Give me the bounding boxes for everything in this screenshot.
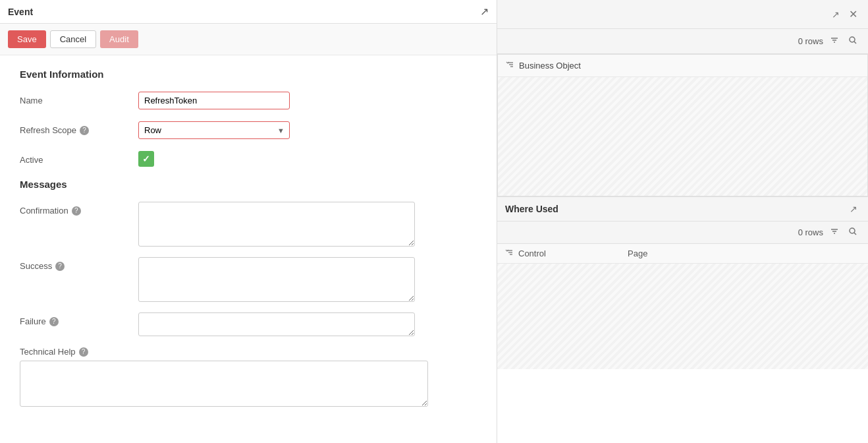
- confirmation-textarea[interactable]: [138, 202, 415, 247]
- event-info-section-title: Event Information: [20, 69, 477, 80]
- failure-label: Failure ?: [20, 312, 138, 326]
- where-used-body: Control Page: [497, 244, 868, 443]
- business-object-title: Business Object: [519, 61, 581, 71]
- where-used-section: Where Used ↗ 0 rows: [497, 196, 868, 443]
- svg-point-11: [850, 228, 855, 233]
- business-object-body: [498, 77, 867, 196]
- svg-line-12: [854, 233, 856, 235]
- failure-row: Failure ?: [20, 312, 477, 336]
- left-panel: Event ↗ Save Cancel Audit Event Informat…: [0, 0, 497, 443]
- active-label: Active: [20, 151, 138, 165]
- confirmation-label: Confirmation ?: [20, 202, 138, 216]
- refresh-scope-select[interactable]: Row Page Application: [138, 121, 290, 139]
- where-used-title: Where Used: [505, 204, 558, 214]
- left-panel-title: Event: [8, 7, 33, 17]
- where-used-filter-icon: [830, 227, 839, 236]
- name-row: Name: [20, 92, 477, 109]
- where-used-rows-count: 0 rows: [798, 227, 823, 237]
- svg-line-4: [854, 42, 856, 44]
- business-object-filter-button[interactable]: [827, 34, 842, 48]
- business-object-rows-count: 0 rows: [798, 36, 823, 46]
- sort-icon: [506, 60, 515, 69]
- failure-textarea[interactable]: [138, 312, 415, 336]
- active-row: Active ✓: [20, 151, 477, 167]
- right-top-actions: ↗ ✕: [829, 7, 860, 22]
- business-object-search-button[interactable]: [846, 34, 860, 48]
- save-button[interactable]: Save: [8, 30, 46, 48]
- technical-help-textarea[interactable]: [20, 361, 428, 407]
- right-panel: ↗ ✕ 0 rows: [497, 0, 868, 443]
- confirmation-help-icon[interactable]: ?: [72, 206, 81, 216]
- where-used-content: [497, 264, 868, 369]
- filter-icon: [830, 36, 839, 45]
- business-object-panel: Business Object: [497, 54, 868, 196]
- success-row: Success ?: [20, 257, 477, 302]
- refresh-scope-row: Refresh Scope ? Row Page Application ▼: [20, 121, 477, 139]
- where-used-col-sort-icon: [505, 248, 514, 259]
- refresh-scope-help-icon[interactable]: ?: [80, 126, 89, 135]
- where-used-expand-button[interactable]: ↗: [847, 202, 860, 216]
- checkmark-icon: ✓: [142, 154, 150, 164]
- control-column-header: Control: [518, 249, 624, 258]
- name-label: Name: [20, 92, 138, 105]
- page-column-header: Page: [628, 249, 860, 258]
- where-used-header: Where Used ↗: [497, 196, 868, 222]
- left-panel-expand-icon[interactable]: ↗: [480, 5, 489, 18]
- success-label: Success ?: [20, 257, 138, 271]
- active-checkbox[interactable]: ✓: [138, 151, 154, 167]
- where-used-toolbar: 0 rows: [497, 222, 868, 244]
- where-used-columns: Control Page: [497, 244, 868, 264]
- left-panel-header: Event ↗: [0, 0, 497, 24]
- form-container: Event Information Name Refresh Scope ? R…: [0, 55, 497, 443]
- success-textarea[interactable]: [138, 257, 415, 302]
- technical-help-label-row: Technical Help ?: [20, 347, 477, 357]
- business-object-header: Business Object: [498, 55, 867, 77]
- right-panel-expand-button[interactable]: ↗: [829, 8, 842, 21]
- svg-point-3: [850, 37, 855, 42]
- where-used-search-button[interactable]: [846, 225, 860, 239]
- refresh-scope-select-wrapper: Row Page Application ▼: [138, 121, 290, 139]
- where-used-filter-button[interactable]: [827, 225, 842, 239]
- audit-button[interactable]: Audit: [100, 30, 138, 48]
- search-icon: [848, 36, 857, 45]
- technical-help-section: Technical Help ?: [20, 347, 477, 409]
- where-used-search-icon: [848, 227, 857, 236]
- right-panel-close-button[interactable]: ✕: [846, 7, 860, 22]
- business-object-sort-icon: [506, 60, 515, 71]
- name-input[interactable]: [138, 92, 290, 109]
- messages-section-title: Messages: [20, 179, 477, 190]
- business-object-toolbar: 0 rows: [497, 29, 868, 54]
- cancel-button[interactable]: Cancel: [50, 30, 96, 48]
- toolbar: Save Cancel Audit: [0, 24, 497, 55]
- refresh-scope-label: Refresh Scope ?: [20, 121, 138, 135]
- failure-help-icon[interactable]: ?: [49, 317, 59, 326]
- success-help-icon[interactable]: ?: [55, 262, 65, 271]
- control-sort-icon: [505, 248, 514, 257]
- right-panel-top-header: ↗ ✕: [497, 0, 868, 29]
- confirmation-row: Confirmation ?: [20, 202, 477, 247]
- technical-help-icon[interactable]: ?: [79, 347, 88, 357]
